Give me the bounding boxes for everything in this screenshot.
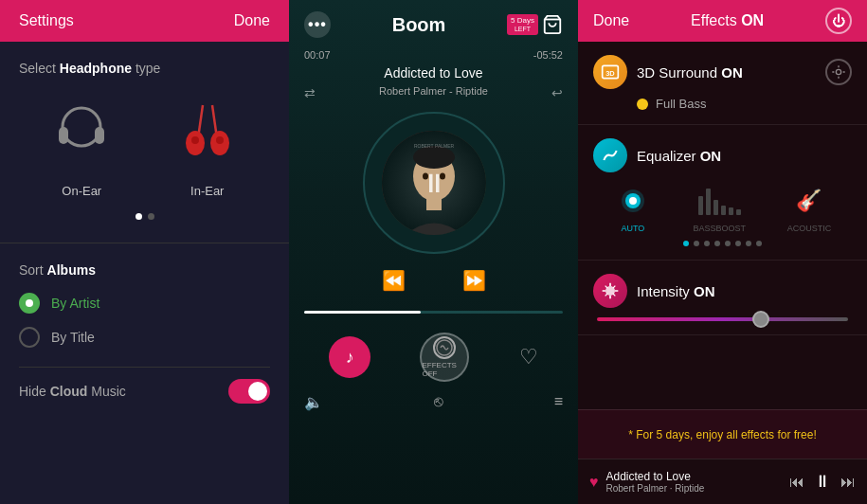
bassboost-chart: [698, 187, 741, 215]
app-title: Boom: [392, 14, 446, 36]
sort-artist-label: By Artist: [51, 296, 99, 311]
on-ear-label: On-Ear: [62, 184, 101, 198]
mini-heart-icon[interactable]: ♥: [589, 474, 599, 491]
menu-dots-icon: •••: [308, 16, 327, 33]
settings-content: Select Headphone type On-Ear: [0, 42, 289, 504]
in-ear-icon: [165, 91, 250, 176]
sort-by-artist[interactable]: By Artist: [19, 293, 270, 314]
intensity-slider[interactable]: [593, 317, 852, 321]
svg-point-8: [216, 136, 224, 144]
equalizer-icon: [435, 338, 454, 357]
eq-dot-8: [756, 241, 762, 246]
settings-title: Settings: [19, 12, 74, 29]
album-art[interactable]: ROBERT PALMER ⏸: [363, 112, 505, 254]
svg-point-23: [629, 197, 637, 205]
intensity-icon: [601, 281, 620, 300]
full-bass-dot: [637, 99, 648, 110]
bassboost-label: BASSBOOST: [693, 224, 746, 233]
sort-title-radio[interactable]: [19, 327, 40, 348]
svg-rect-1: [59, 127, 68, 144]
player-bottom-bar: 🔈 ⎋ ≡: [289, 393, 578, 411]
eq-dot-5: [725, 241, 731, 246]
sort-label: Sort Albums: [19, 262, 270, 278]
power-icon: ⏻: [832, 13, 845, 28]
rewind-button[interactable]: ⏪: [382, 269, 406, 292]
eq-icon: [601, 146, 620, 165]
equalizer-icon-circle: [593, 138, 627, 172]
surround-section: 3D 3D Surround ON Full Bass: [578, 42, 867, 125]
transport-controls: ⏪ ⏩: [289, 269, 578, 292]
in-ear-label: In-Ear: [190, 184, 224, 198]
eq-preset-auto[interactable]: AUTO: [614, 182, 652, 233]
eq-preset-acoustic[interactable]: 🎸 ACOUSTIC: [787, 182, 832, 233]
settings-wheel-icon: [831, 64, 846, 80]
surround-header: 3D 3D Surround ON: [593, 55, 852, 89]
mini-rewind-button[interactable]: ⏮: [789, 474, 804, 491]
auto-label: AUTO: [621, 224, 644, 233]
svg-point-20: [836, 69, 840, 74]
progress-bar[interactable]: [304, 311, 563, 314]
settings-divider: [0, 243, 289, 243]
effects-content: 3D 3D Surround ON Full Bass: [578, 42, 867, 409]
volume-icon[interactable]: 🔈: [304, 393, 323, 411]
menu-button[interactable]: •••: [304, 11, 331, 38]
mini-player: ♥ Addicted to Love Robert Palmer · Ripti…: [578, 459, 867, 504]
queue-icon[interactable]: ≡: [554, 393, 563, 411]
music-note-button[interactable]: ♪: [329, 336, 370, 378]
favorite-button[interactable]: ♡: [519, 345, 538, 369]
auto-eq-icon: [616, 186, 650, 216]
svg-point-12: [413, 146, 455, 169]
eq-bar-5: [729, 207, 733, 215]
equalizer-name: Equalizer ON: [637, 148, 721, 164]
headphone-type-label: Select Headphone type: [19, 61, 270, 76]
sort-title-label: By Title: [51, 330, 95, 345]
slider-thumb[interactable]: [752, 311, 769, 328]
hide-cloud-row: Hide Cloud Music: [19, 367, 270, 404]
settings-done-button[interactable]: Done: [234, 12, 270, 29]
effects-button[interactable]: EFFECTS OFF: [420, 333, 469, 382]
play-pause-button[interactable]: ⏸: [421, 168, 447, 199]
effects-off-label: EFFECTS OFF: [422, 361, 467, 378]
sort-by-title[interactable]: By Title: [19, 327, 270, 348]
progress-fill: [304, 311, 421, 314]
player-top-bar: ••• Boom 5 Days LEFT: [289, 0, 578, 49]
mini-forward-button[interactable]: ⏭: [840, 474, 856, 491]
headphone-options: On-Ear In-Ear: [19, 91, 270, 198]
mini-play-button[interactable]: ⏸: [814, 472, 831, 492]
effects-top-bar: Done Effects ON ⏻: [578, 0, 867, 42]
dot-2: [148, 213, 154, 220]
days-badge[interactable]: 5 Days LEFT: [507, 14, 563, 35]
effects-done-button[interactable]: Done: [593, 12, 629, 29]
power-button[interactable]: ⏻: [825, 8, 852, 34]
bottom-controls: ♪ EFFECTS OFF ♡: [289, 333, 578, 382]
mini-song-artist: Robert Palmer · Riptide: [606, 483, 783, 494]
in-ear-svg: [174, 100, 241, 167]
sort-artist-radio[interactable]: [19, 293, 40, 314]
intensity-icon-circle: [593, 274, 627, 308]
repeat-icon[interactable]: ↩: [551, 85, 563, 104]
equalizer-header: Equalizer ON: [593, 138, 852, 172]
sort-options: By Artist By Title: [19, 293, 270, 348]
song-info: Addicted to Love: [384, 64, 482, 81]
days-text: 5 Days LEFT: [507, 14, 538, 35]
fast-forward-button[interactable]: ⏩: [462, 269, 486, 292]
auto-icon: [614, 182, 652, 220]
shuffle-icon[interactable]: ⇄: [304, 85, 316, 104]
player-panel: ••• Boom 5 Days LEFT 00:07 -05:52 Addict…: [289, 0, 578, 504]
full-bass-label: Full Bass: [656, 97, 706, 111]
eq-dot-7: [746, 241, 751, 246]
on-ear-icon: [39, 91, 124, 176]
eq-dot-1: [683, 241, 689, 246]
hide-cloud-toggle[interactable]: [228, 379, 270, 404]
promo-bar: * For 5 days, enjoy all effects for free…: [578, 409, 867, 459]
on-ear-option[interactable]: On-Ear: [39, 91, 124, 198]
eq-bar-3: [713, 200, 718, 215]
in-ear-option[interactable]: In-Ear: [165, 91, 250, 198]
full-bass-option[interactable]: Full Bass: [637, 97, 852, 111]
eq-presets: AUTO BASSBOOST: [593, 182, 852, 233]
artist-label: Robert Palmer - Riptide: [379, 85, 488, 97]
eq-preset-bassboost[interactable]: BASSBOOST: [693, 182, 746, 233]
eq-bar-4: [721, 206, 726, 215]
surround-settings-icon[interactable]: [825, 59, 852, 85]
share-icon[interactable]: ⎋: [434, 393, 443, 411]
